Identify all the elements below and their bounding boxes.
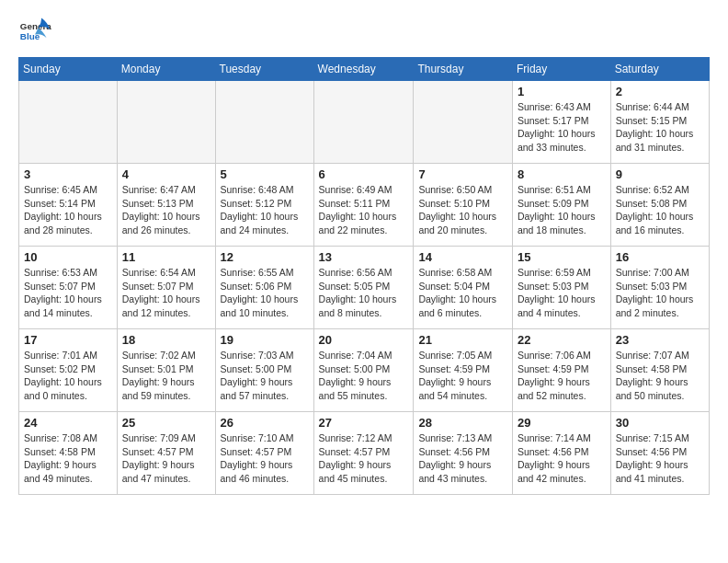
day-number: 26: [221, 416, 309, 430]
day-info: Sunrise: 7:13 AM Sunset: 4:56 PM Dayligh…: [418, 431, 507, 486]
day-info: Sunrise: 7:04 AM Sunset: 5:00 PM Dayligh…: [319, 349, 409, 403]
calendar-header-row: SundayMondayTuesdayWednesdayThursdayFrid…: [19, 58, 710, 81]
weekday-header-wednesday: Wednesday: [313, 58, 414, 81]
day-info: Sunrise: 6:56 AM Sunset: 5:05 PM Dayligh…: [319, 266, 409, 320]
day-number: 14: [418, 250, 507, 264]
day-info: Sunrise: 7:10 AM Sunset: 4:57 PM Dayligh…: [221, 431, 309, 486]
day-number: 29: [518, 416, 606, 430]
day-number: 11: [122, 250, 210, 264]
calendar-cell: [313, 81, 414, 164]
calendar-cell: 21Sunrise: 7:05 AM Sunset: 4:59 PM Dayli…: [414, 329, 513, 412]
calendar-cell: [215, 81, 313, 164]
day-info: Sunrise: 6:50 AM Sunset: 5:10 PM Dayligh…: [418, 183, 507, 237]
calendar-cell: 19Sunrise: 7:03 AM Sunset: 5:00 PM Dayli…: [215, 329, 313, 412]
day-number: 24: [24, 416, 112, 430]
calendar-cell: 24Sunrise: 7:08 AM Sunset: 4:58 PM Dayli…: [19, 412, 118, 495]
week-row-5: 24Sunrise: 7:08 AM Sunset: 4:58 PM Dayli…: [19, 412, 710, 495]
day-number: 28: [418, 416, 507, 430]
calendar-cell: 13Sunrise: 6:56 AM Sunset: 5:05 PM Dayli…: [313, 247, 414, 329]
day-info: Sunrise: 7:00 AM Sunset: 5:03 PM Dayligh…: [616, 266, 704, 320]
day-number: 5: [221, 167, 309, 181]
calendar-cell: 16Sunrise: 7:00 AM Sunset: 5:03 PM Dayli…: [610, 247, 709, 329]
week-row-4: 17Sunrise: 7:01 AM Sunset: 5:02 PM Dayli…: [19, 329, 710, 412]
day-number: 17: [24, 333, 112, 347]
calendar-cell: 14Sunrise: 6:58 AM Sunset: 5:04 PM Dayli…: [414, 247, 513, 329]
calendar-cell: 25Sunrise: 7:09 AM Sunset: 4:57 PM Dayli…: [117, 412, 215, 495]
calendar-cell: 6Sunrise: 6:49 AM Sunset: 5:11 PM Daylig…: [313, 164, 414, 247]
day-info: Sunrise: 6:53 AM Sunset: 5:07 PM Dayligh…: [24, 266, 112, 320]
weekday-header-thursday: Thursday: [414, 58, 513, 81]
calendar-cell: 30Sunrise: 7:15 AM Sunset: 4:56 PM Dayli…: [610, 412, 709, 495]
calendar-cell: 9Sunrise: 6:52 AM Sunset: 5:08 PM Daylig…: [610, 164, 709, 247]
day-number: 4: [122, 167, 210, 181]
weekday-header-saturday: Saturday: [610, 58, 709, 81]
calendar-cell: 17Sunrise: 7:01 AM Sunset: 5:02 PM Dayli…: [19, 329, 118, 412]
calendar-table: SundayMondayTuesdayWednesdayThursdayFrid…: [18, 57, 710, 495]
logo: General Blue: [18, 15, 51, 48]
calendar-cell: 15Sunrise: 6:59 AM Sunset: 5:03 PM Dayli…: [512, 247, 610, 329]
day-info: Sunrise: 7:03 AM Sunset: 5:00 PM Dayligh…: [221, 349, 309, 403]
calendar-cell: 8Sunrise: 6:51 AM Sunset: 5:09 PM Daylig…: [512, 164, 610, 247]
day-info: Sunrise: 6:55 AM Sunset: 5:06 PM Dayligh…: [221, 266, 309, 320]
day-info: Sunrise: 7:01 AM Sunset: 5:02 PM Dayligh…: [24, 349, 112, 403]
calendar-cell: 20Sunrise: 7:04 AM Sunset: 5:00 PM Dayli…: [313, 329, 414, 412]
calendar-cell: 22Sunrise: 7:06 AM Sunset: 4:59 PM Dayli…: [512, 329, 610, 412]
calendar-cell: 12Sunrise: 6:55 AM Sunset: 5:06 PM Dayli…: [215, 247, 313, 329]
day-info: Sunrise: 6:49 AM Sunset: 5:11 PM Dayligh…: [319, 183, 409, 237]
day-number: 15: [518, 250, 606, 264]
day-info: Sunrise: 7:05 AM Sunset: 4:59 PM Dayligh…: [418, 349, 507, 403]
logo-bird-icon: General Blue: [18, 15, 51, 48]
day-number: 12: [221, 250, 309, 264]
calendar-cell: [117, 81, 215, 164]
weekday-header-sunday: Sunday: [19, 58, 118, 81]
day-info: Sunrise: 7:07 AM Sunset: 4:58 PM Dayligh…: [616, 349, 704, 403]
day-number: 18: [122, 333, 210, 347]
day-number: 2: [616, 85, 704, 98]
day-info: Sunrise: 6:44 AM Sunset: 5:15 PM Dayligh…: [616, 100, 704, 155]
day-info: Sunrise: 6:59 AM Sunset: 5:03 PM Dayligh…: [518, 266, 606, 320]
week-row-2: 3Sunrise: 6:45 AM Sunset: 5:14 PM Daylig…: [19, 164, 710, 247]
day-number: 23: [616, 333, 704, 347]
calendar-cell: 3Sunrise: 6:45 AM Sunset: 5:14 PM Daylig…: [19, 164, 118, 247]
day-info: Sunrise: 6:51 AM Sunset: 5:09 PM Dayligh…: [518, 183, 606, 237]
weekday-header-friday: Friday: [512, 58, 610, 81]
day-info: Sunrise: 7:08 AM Sunset: 4:58 PM Dayligh…: [24, 431, 112, 486]
day-info: Sunrise: 7:12 AM Sunset: 4:57 PM Dayligh…: [319, 431, 409, 486]
calendar-cell: 7Sunrise: 6:50 AM Sunset: 5:10 PM Daylig…: [414, 164, 513, 247]
weekday-header-tuesday: Tuesday: [215, 58, 313, 81]
calendar-cell: 27Sunrise: 7:12 AM Sunset: 4:57 PM Dayli…: [313, 412, 414, 495]
day-number: 6: [319, 167, 409, 181]
calendar-cell: 5Sunrise: 6:48 AM Sunset: 5:12 PM Daylig…: [215, 164, 313, 247]
day-number: 3: [24, 167, 112, 181]
day-number: 21: [418, 333, 507, 347]
calendar-cell: 11Sunrise: 6:54 AM Sunset: 5:07 PM Dayli…: [117, 247, 215, 329]
day-info: Sunrise: 6:45 AM Sunset: 5:14 PM Dayligh…: [24, 183, 112, 237]
day-number: 20: [319, 333, 409, 347]
day-info: Sunrise: 7:14 AM Sunset: 4:56 PM Dayligh…: [518, 431, 606, 486]
day-number: 13: [319, 250, 409, 264]
day-info: Sunrise: 7:06 AM Sunset: 4:59 PM Dayligh…: [518, 349, 606, 403]
day-info: Sunrise: 7:15 AM Sunset: 4:56 PM Dayligh…: [616, 431, 704, 486]
day-number: 10: [24, 250, 112, 264]
calendar-cell: 2Sunrise: 6:44 AM Sunset: 5:15 PM Daylig…: [610, 81, 709, 164]
day-number: 22: [518, 333, 606, 347]
calendar-cell: [19, 81, 118, 164]
day-info: Sunrise: 7:09 AM Sunset: 4:57 PM Dayligh…: [122, 431, 210, 486]
calendar-cell: 18Sunrise: 7:02 AM Sunset: 5:01 PM Dayli…: [117, 329, 215, 412]
page: General Blue SundayMondayTuesdayWednesda…: [0, 0, 728, 510]
day-info: Sunrise: 7:02 AM Sunset: 5:01 PM Dayligh…: [122, 349, 210, 403]
day-info: Sunrise: 6:58 AM Sunset: 5:04 PM Dayligh…: [418, 266, 507, 320]
day-number: 27: [319, 416, 409, 430]
day-number: 19: [221, 333, 309, 347]
week-row-1: 1Sunrise: 6:43 AM Sunset: 5:17 PM Daylig…: [19, 81, 710, 164]
weekday-header-monday: Monday: [117, 58, 215, 81]
calendar-cell: [414, 81, 513, 164]
day-number: 8: [518, 167, 606, 181]
day-info: Sunrise: 6:47 AM Sunset: 5:13 PM Dayligh…: [122, 183, 210, 237]
day-number: 16: [616, 250, 704, 264]
week-row-3: 10Sunrise: 6:53 AM Sunset: 5:07 PM Dayli…: [19, 247, 710, 329]
calendar-cell: 4Sunrise: 6:47 AM Sunset: 5:13 PM Daylig…: [117, 164, 215, 247]
calendar-cell: 1Sunrise: 6:43 AM Sunset: 5:17 PM Daylig…: [512, 81, 610, 164]
day-info: Sunrise: 6:54 AM Sunset: 5:07 PM Dayligh…: [122, 266, 210, 320]
calendar-cell: 10Sunrise: 6:53 AM Sunset: 5:07 PM Dayli…: [19, 247, 118, 329]
